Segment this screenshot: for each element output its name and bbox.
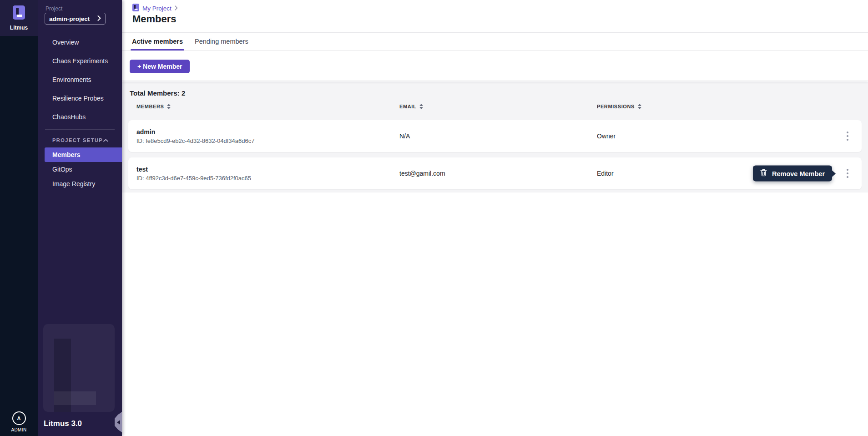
sort-icon[interactable]	[419, 104, 423, 109]
remove-member-menu-item[interactable]: Remove Member	[753, 166, 832, 182]
member-permission: Editor	[597, 157, 614, 189]
member-email: test@gamil.com	[399, 157, 445, 189]
tab-pending-members[interactable]: Pending members	[193, 33, 250, 50]
sidebar-item-members[interactable]: Members	[45, 147, 122, 162]
sidebar-item-overview[interactable]: Overview	[38, 33, 122, 51]
sidebar-item-resilience-probes[interactable]: Resilience Probes	[38, 89, 122, 107]
page-header: My Project Members	[122, 0, 868, 33]
project-icon	[132, 4, 139, 13]
sidebar-item-gitops[interactable]: GitOps	[38, 162, 122, 177]
sort-icon[interactable]	[638, 104, 641, 109]
breadcrumb-project-link[interactable]: My Project	[142, 5, 172, 12]
sidebar-item-label: Image Registry	[52, 180, 95, 188]
sidebar-item-chaoshubs[interactable]: ChaosHubs	[38, 107, 122, 126]
app-version-label: Litmus 3.0	[44, 419, 82, 428]
project-selector-value: admin-project	[49, 15, 90, 22]
main-content: My Project Members Active members Pendin…	[122, 0, 868, 436]
sidebar-item-image-registry[interactable]: Image Registry	[38, 177, 122, 191]
user-avatar[interactable]: A	[12, 411, 26, 425]
members-toolbar: + New Member	[122, 51, 868, 81]
collapse-sidebar-handle[interactable]	[115, 412, 122, 432]
sidebar-item-label: ChaosHubs	[52, 113, 86, 121]
member-permission: Owner	[597, 120, 616, 152]
table-row: admin ID: fe8e5cd9-eb2c-4d32-8632-04df34…	[128, 120, 862, 152]
sidebar-item-label: Members	[52, 151, 80, 158]
sidebar-watermark-illustration	[43, 324, 115, 412]
sidebar-item-label: Overview	[52, 39, 79, 46]
collapse-left-arrow-icon	[117, 420, 120, 425]
sidebar-item-environments[interactable]: Environments	[38, 70, 122, 89]
members-table: Total Members: 2 MEMBERS EMAIL PERMISSIO…	[122, 82, 868, 193]
chevron-right-icon	[97, 15, 101, 22]
project-setup-label: PROJECT SETUP	[52, 137, 103, 143]
sidebar-item-chaos-experiments[interactable]: Chaos Experiments	[38, 51, 122, 70]
project-sidebar: Project admin-project Overview Chaos Exp…	[38, 0, 122, 436]
avatar-initial: A	[17, 416, 21, 421]
table-column-headers: MEMBERS EMAIL PERMISSIONS	[122, 104, 868, 113]
app-rail: Litmus A ADMIN	[0, 0, 38, 436]
column-header-email: EMAIL	[399, 104, 416, 109]
sidebar-item-label: Chaos Experiments	[52, 57, 108, 65]
sidebar-divider	[45, 129, 115, 130]
sidebar-nav: Overview Chaos Experiments Environments …	[38, 33, 122, 191]
project-selector[interactable]: admin-project	[45, 13, 106, 25]
project-setup-section-toggle[interactable]: PROJECT SETUP	[38, 133, 122, 147]
row-menu-kebab-icon[interactable]	[843, 120, 852, 152]
remove-member-label: Remove Member	[772, 170, 825, 177]
sidebar-item-label: Resilience Probes	[52, 95, 104, 102]
breadcrumb: My Project	[132, 4, 178, 13]
new-member-button[interactable]: + New Member	[130, 60, 190, 73]
column-header-members: MEMBERS	[136, 104, 164, 109]
litmus-logo-icon	[13, 5, 25, 21]
page-title: Members	[132, 13, 177, 25]
litmus-home-tile[interactable]: Litmus	[0, 0, 38, 36]
member-name: test	[136, 166, 148, 173]
litmus-logo-label: Litmus	[10, 25, 28, 31]
table-row: test ID: 4ff92c3d-d6e7-459c-9ed5-736fd2f…	[128, 157, 862, 189]
user-name-label: ADMIN	[0, 427, 38, 432]
member-id: ID: fe8e5cd9-eb2c-4d32-8632-04df34a6d6c7	[136, 137, 254, 144]
tab-active-members[interactable]: Active members	[131, 33, 184, 50]
member-email: N/A	[399, 120, 410, 152]
total-members-label: Total Members: 2	[130, 89, 185, 97]
column-header-permissions: PERMISSIONS	[597, 104, 635, 109]
member-name: admin	[136, 128, 155, 136]
row-menu-kebab-icon[interactable]	[843, 157, 852, 189]
chevron-right-icon	[175, 5, 178, 12]
project-label: Project	[45, 5, 62, 12]
members-tabs: Active members Pending members	[122, 33, 868, 51]
member-id: ID: 4ff92c3d-d6e7-459c-9ed5-736fd2f0ac65	[136, 175, 251, 182]
sidebar-item-label: GitOps	[52, 166, 72, 173]
chevron-up-icon	[103, 137, 108, 143]
sort-icon[interactable]	[167, 104, 171, 109]
sidebar-item-label: Environments	[52, 76, 91, 83]
trash-icon	[760, 169, 767, 178]
